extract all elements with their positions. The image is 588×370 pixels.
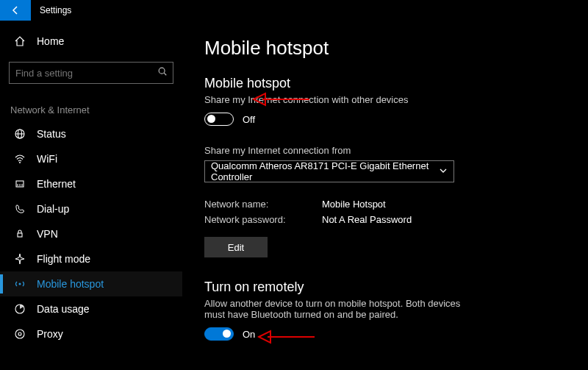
home-icon — [13, 35, 26, 47]
vpn-icon — [13, 228, 26, 240]
chevron-down-icon — [439, 166, 448, 177]
network-password-value: Not A Real Password — [322, 214, 412, 225]
main-content: Mobile hotspot Mobile hotspot Share my I… — [182, 21, 588, 370]
sidebar-item-label: Status — [37, 128, 66, 140]
sidebar-item-label: WiFi — [37, 153, 57, 165]
svg-point-0 — [159, 68, 165, 74]
search-wrap — [9, 62, 173, 84]
network-name-label: Network name: — [204, 199, 300, 210]
svg-point-5 — [19, 162, 21, 163]
sidebar-category: Network & Internet — [10, 104, 182, 115]
edit-button[interactable]: Edit — [204, 237, 268, 257]
network-password-label: Network password: — [204, 214, 300, 225]
sidebar-item-mobilehotspot[interactable]: Mobile hotspot — [0, 271, 182, 296]
sidebar-home-label: Home — [37, 35, 64, 47]
remote-toggle[interactable]: On — [204, 327, 566, 341]
hotspot-toggle[interactable]: Off — [204, 113, 566, 126]
hotspot-desc: Share my Internet connection with other … — [204, 94, 566, 105]
titlebar: Settings — [0, 0, 588, 21]
svg-point-14 — [18, 332, 21, 335]
arrow-left-icon — [10, 4, 21, 16]
toggle-knob — [207, 115, 215, 123]
share-from-dropdown[interactable]: Qualcomm Atheros AR8171 PCI-E Gigabit Et… — [204, 160, 454, 182]
sidebar-item-label: Dial-up — [37, 203, 69, 215]
sidebar-item-wifi[interactable]: WiFi — [0, 146, 182, 171]
sidebar-item-dialup[interactable]: Dial-up — [0, 196, 182, 221]
sidebar-item-datausage[interactable]: Data usage — [0, 296, 182, 321]
sidebar-home[interactable]: Home — [0, 31, 182, 51]
wifi-icon — [13, 153, 26, 165]
sidebar-item-status[interactable]: Status — [0, 121, 182, 146]
sidebar-item-label: Proxy — [37, 328, 63, 340]
search-icon — [157, 66, 168, 79]
toggle-track — [204, 327, 234, 341]
remote-desc: Allow another device to turn on mobile h… — [204, 298, 484, 320]
toggle-label: On — [243, 329, 255, 340]
hotspot-heading: Mobile hotspot — [204, 76, 566, 91]
sidebar-item-label: VPN — [37, 228, 58, 240]
airplane-icon — [13, 253, 26, 265]
data-icon — [13, 303, 26, 315]
sidebar-item-proxy[interactable]: Proxy — [0, 321, 182, 346]
dropdown-value: Qualcomm Atheros AR8171 PCI-E Gigabit Et… — [211, 160, 439, 182]
phone-icon — [13, 203, 26, 215]
toggle-knob — [223, 330, 231, 338]
sidebar-item-ethernet[interactable]: Ethernet — [0, 171, 182, 196]
network-password-row: Network password: Not A Real Password — [204, 214, 566, 225]
svg-rect-10 — [18, 233, 22, 237]
proxy-icon — [13, 328, 26, 340]
search-input[interactable] — [9, 62, 173, 84]
sidebar-item-label: Flight mode — [37, 253, 90, 265]
page-title: Mobile hotspot — [204, 37, 566, 60]
network-name-row: Network name: Mobile Hotspot — [204, 199, 566, 210]
svg-line-1 — [164, 73, 166, 75]
share-from-label: Share my Internet connection from — [204, 145, 566, 156]
svg-point-13 — [15, 330, 24, 338]
sidebar-item-label: Data usage — [37, 303, 90, 315]
ethernet-icon — [13, 178, 26, 190]
svg-point-11 — [19, 283, 21, 285]
sidebar-item-vpn[interactable]: VPN — [0, 221, 182, 246]
sidebar: Home Network & Internet Status WiFi Ethe… — [0, 21, 182, 370]
back-button[interactable] — [0, 0, 31, 21]
toggle-label: Off — [243, 114, 255, 125]
network-name-value: Mobile Hotspot — [322, 199, 386, 210]
app-title: Settings — [40, 5, 71, 15]
sidebar-item-label: Mobile hotspot — [37, 278, 104, 290]
hotspot-icon — [13, 278, 26, 290]
globe-icon — [13, 128, 26, 140]
sidebar-item-label: Ethernet — [37, 178, 76, 190]
toggle-track — [204, 113, 234, 126]
remote-heading: Turn on remotely — [204, 280, 566, 295]
sidebar-item-flightmode[interactable]: Flight mode — [0, 246, 182, 271]
